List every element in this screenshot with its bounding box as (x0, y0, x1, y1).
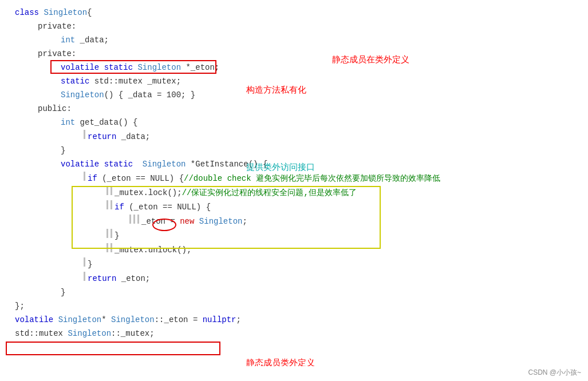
scope-eton: ::_eton = (155, 313, 203, 326)
code-line-14: _mutex.lock();//保证实例化过程的线程安全问题,但是效率低了 (9, 185, 588, 200)
return-data: _data; (121, 130, 150, 143)
func-getdata: get_data() { (80, 116, 138, 129)
code-line-19: } (9, 257, 588, 271)
type-singleton3: Singleton (143, 158, 191, 170)
ctor-body: () { _data = 100; } (104, 89, 196, 101)
keyword-volatile1: volatile (61, 61, 104, 74)
scope-mutex: ::_mutex; (111, 327, 155, 340)
vbar-18a (106, 243, 108, 252)
vbar-13 (84, 172, 85, 181)
type-singleton5: Singleton (58, 313, 102, 326)
type-singleton7: Singleton (68, 327, 111, 340)
brace-close2: } (115, 229, 119, 242)
code-line-10: return _data; (9, 129, 588, 144)
keyword-static3: static (104, 158, 138, 170)
annotation-provide-interface: 提供类外访问接口 (246, 162, 315, 173)
code-line-11: } (9, 144, 588, 157)
vbar-20 (84, 272, 85, 281)
keyword-return2: return (88, 272, 121, 285)
ctor-singleton: Singleton (61, 89, 104, 101)
keyword-volatile2: volatile (61, 158, 104, 170)
if-condition2: (_eton == NULL) { (129, 201, 211, 213)
keyword-private2: private: (38, 47, 76, 60)
vbar-17b (111, 229, 112, 238)
type-singleton2: Singleton (137, 61, 186, 74)
code-line-18: _mutex.unlock(); (9, 243, 588, 257)
var-data: _data; (80, 34, 109, 46)
brace-close1: } (61, 144, 65, 157)
comment-lock: //保证实例化过程的线程安全问题,但是效率低了 (182, 186, 357, 199)
vbar-16a (129, 215, 131, 224)
mutex-lock: _mutex.lock(); (115, 186, 182, 199)
annotation-static-outer-def: 静态成员类外定义 (246, 358, 315, 366)
return-eton: _eton; (121, 272, 150, 285)
code-container: class Singleton{ private: int _data; pri… (0, 0, 588, 366)
vbar-19 (84, 257, 85, 267)
footer-text: CSDN @小小孩~ (528, 368, 581, 376)
vbar-16c (137, 215, 139, 224)
keyword-if2: if (115, 201, 129, 213)
code-line-21: } (9, 285, 588, 299)
code-line-24: std::mutex Singleton::_mutex; (9, 327, 588, 340)
type-singleton: Singleton (44, 6, 87, 19)
code-line-9: int get_data() { (9, 116, 588, 129)
footer: CSDN @小小孩~ (528, 368, 581, 378)
type-singleton6: Singleton (111, 313, 155, 326)
spacing (137, 158, 142, 170)
brace-open: { (87, 6, 92, 19)
vbar-15b (111, 200, 112, 209)
keyword-if1: if (88, 172, 102, 185)
vbar-18b (111, 243, 112, 252)
keyword-int: int (61, 34, 80, 46)
code-line-20: return _eton; (9, 271, 588, 285)
keyword-class: class (15, 6, 44, 19)
semicolon2: ; (236, 313, 241, 326)
code-line-8: public: (9, 102, 588, 116)
keyword-return1: return (88, 130, 121, 143)
keyword-nullptr: nullptr (203, 313, 236, 326)
vbar-10 (84, 130, 85, 139)
code-line-16: _eton = new Singleton; (9, 214, 588, 228)
keyword-static2: static (61, 75, 94, 88)
code-line-3: int _data; (9, 33, 588, 47)
assign-eton: _eton = (141, 215, 180, 228)
type-singleton4: Singleton (194, 215, 242, 228)
code-line-13: if (_eton == NULL) {//double check 避免实例化… (9, 171, 588, 185)
code-line-15: if (_eton == NULL) { (9, 200, 588, 214)
code-line-2: private: (9, 19, 588, 33)
code-line-5: volatile static Singleton *_eton; (9, 61, 588, 74)
code-line-4: private: (9, 47, 588, 61)
keyword-private1: private: (38, 20, 76, 33)
keyword-new: new (180, 215, 194, 228)
keyword-int2: int (61, 116, 80, 129)
brace-close3: } (88, 258, 92, 271)
annotation-static-member-def: 静态成员在类外定义 (332, 54, 409, 65)
comment-doublecheck: //double check 避免实例化完毕后每次依然要加锁所导致的效率降低 (184, 172, 440, 185)
class-close: }; (15, 300, 25, 312)
vbar-14b (111, 186, 112, 195)
type-mutex: std::mutex _mutex; (94, 75, 181, 88)
code-line-17: } (9, 228, 588, 243)
semicolon: ; (242, 215, 247, 228)
code-line-22: }; (9, 299, 588, 313)
ptr-eton: *_eton; (186, 61, 219, 74)
if-condition1: (_eton == NULL) { (102, 172, 184, 185)
keyword-public: public: (38, 102, 72, 115)
mutex-unlock: _mutex.unlock(); (115, 244, 191, 256)
annotation-ctor-private: 构造方法私有化 (246, 85, 306, 96)
vbar-16b (133, 215, 135, 224)
keyword-static1: static (104, 61, 138, 74)
box-eton-definition (6, 342, 220, 355)
code-line-1: class Singleton{ (9, 6, 588, 19)
vbar-17a (106, 229, 108, 238)
keyword-volatile3: volatile (15, 313, 58, 326)
code-line-23: volatile Singleton* Singleton::_eton = n… (9, 313, 588, 327)
ptr-def: * (101, 313, 111, 326)
vbar-14a (106, 186, 108, 195)
brace-close4: } (61, 286, 65, 299)
vbar-15a (106, 200, 108, 209)
mutex-def: std::mutex (15, 327, 68, 340)
code-area: class Singleton{ private: int _data; pri… (0, 6, 588, 340)
